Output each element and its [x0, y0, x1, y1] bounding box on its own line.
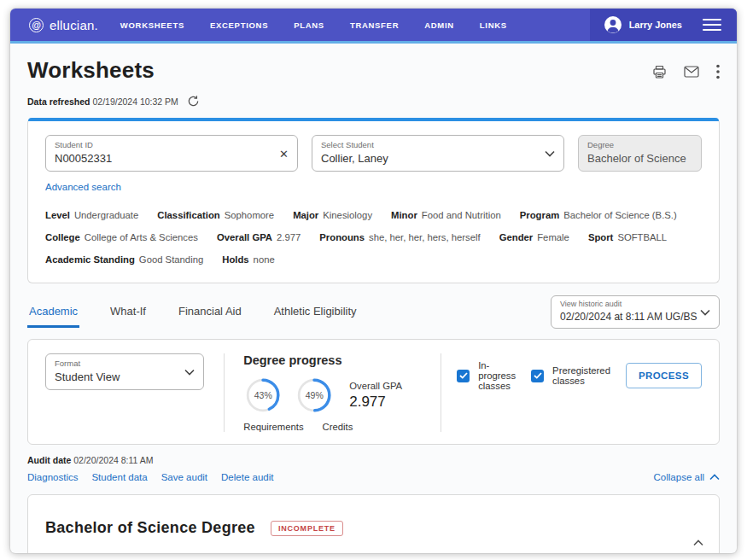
audit-date-label: Audit date: [27, 455, 71, 465]
info-classification: ClassificationSophomore: [157, 204, 274, 226]
app-window: @ ellucian. WORKSHEETS EXCEPTIONS PLANS …: [10, 9, 737, 553]
info-college: CollegeCollege of Arts & Sciences: [45, 226, 198, 248]
hamburger-menu-icon[interactable]: [703, 19, 721, 31]
user-avatar-icon: [604, 15, 622, 34]
view-historic-audit-dropdown[interactable]: View historic audit 02/20/2024 at 8:11 A…: [551, 295, 720, 329]
printer-icon: [652, 65, 667, 79]
info-minor: MinorFood and Nutrition: [391, 204, 501, 226]
overall-gpa-value: 2.977: [349, 394, 402, 411]
format-label: Format: [55, 359, 195, 368]
nav-item-exceptions[interactable]: EXCEPTIONS: [210, 20, 268, 30]
info-level: LevelUndergraduate: [45, 204, 138, 226]
nav-item-links[interactable]: LINKS: [480, 20, 507, 30]
chevron-up-icon: [709, 474, 720, 481]
degree-value: Bachelor of Science: [587, 152, 686, 165]
user-menu[interactable]: Larry Jones: [604, 15, 682, 34]
advanced-search-link[interactable]: Advanced search: [45, 182, 121, 192]
worksheet-tabs: Academic What-If Financial Aid Athletic …: [27, 296, 359, 328]
credits-donut-label: Credits: [323, 422, 353, 432]
refresh-icon: [187, 95, 200, 108]
in-progress-label[interactable]: In-progress classes: [478, 360, 516, 391]
degree-section-card: Bachelor of Science Degree INCOMPLETE: [27, 494, 720, 553]
email-button[interactable]: [684, 66, 699, 78]
info-academic-standing: Academic StandingGood Standing: [45, 248, 203, 271]
requirements-donut: 43%: [243, 376, 283, 415]
more-options-button[interactable]: [716, 64, 720, 79]
degree-progress-title: Degree progress: [243, 353, 441, 367]
tab-academic[interactable]: Academic: [27, 296, 79, 328]
audit-date-value: 02/20/2024 8:11 AM: [73, 455, 153, 465]
page-title: Worksheets: [27, 57, 155, 84]
check-icon: [459, 372, 468, 379]
info-sport: SportSOFTBALL: [588, 226, 667, 248]
nav-accent-strip: [10, 41, 737, 44]
tab-financial-aid[interactable]: Financial Aid: [177, 296, 243, 328]
info-overall-gpa: Overall GPA2.977: [217, 226, 301, 248]
info-gender: GenderFemale: [499, 226, 569, 248]
refresh-button[interactable]: [187, 95, 200, 108]
historic-audit-value: 02/20/2024 at 8:11 AM UG/BS: [560, 311, 697, 323]
data-refreshed-text: Data refreshed 02/19/2024 10:32 PM: [27, 96, 178, 107]
data-refreshed-label: Data refreshed: [27, 96, 90, 107]
student-id-label: Student ID: [55, 140, 289, 149]
data-refreshed-value: 02/19/2024 10:32 PM: [92, 96, 178, 107]
in-progress-checkbox[interactable]: [457, 370, 470, 382]
info-major: MajorKinesiology: [293, 204, 372, 226]
format-dropdown[interactable]: Format Student View: [45, 353, 204, 390]
info-holds: Holdsnone: [222, 248, 275, 271]
nav-item-admin[interactable]: ADMIN: [424, 20, 454, 30]
user-name: Larry Jones: [629, 20, 682, 30]
check-icon: [534, 372, 542, 379]
student-id-value: N00052331: [55, 152, 112, 165]
collapse-all-button[interactable]: Collapse all: [654, 472, 720, 482]
select-student-value: Collier, Laney: [321, 152, 388, 165]
incomplete-badge: INCOMPLETE: [271, 521, 343, 536]
envelope-icon: [684, 66, 699, 78]
student-id-field[interactable]: Student ID N00052331 ✕: [45, 135, 298, 172]
student-data-link[interactable]: Student data: [91, 472, 147, 482]
preregistered-checkbox[interactable]: [531, 370, 544, 382]
tab-what-if[interactable]: What-If: [108, 296, 148, 328]
delete-audit-link[interactable]: Delete audit: [221, 472, 273, 482]
preregistered-label[interactable]: Preregistered classes: [552, 365, 610, 386]
student-context-card: Student ID N00052331 ✕ Select Student Co…: [27, 118, 720, 283]
top-navbar: @ ellucian. WORKSHEETS EXCEPTIONS PLANS …: [10, 9, 737, 41]
historic-audit-label: View historic audit: [560, 300, 710, 308]
chevron-down-icon: [700, 309, 710, 316]
student-info: LevelUndergraduate ClassificationSophomo…: [45, 204, 702, 271]
print-button[interactable]: [652, 65, 667, 79]
info-program: ProgramBachelor of Science (B.S.): [520, 204, 677, 226]
clear-student-id-icon[interactable]: ✕: [279, 147, 289, 160]
select-student-label: Select Student: [321, 140, 555, 149]
main-nav: WORKSHEETS EXCEPTIONS PLANS TRANSFER ADM…: [120, 9, 507, 41]
diagnostics-link[interactable]: Diagnostics: [27, 472, 78, 482]
chevron-down-icon: [545, 150, 555, 157]
degree-section-title: Bachelor of Science Degree: [45, 519, 255, 537]
nav-item-worksheets[interactable]: WORKSHEETS: [120, 20, 184, 30]
tab-athletic-eligibility[interactable]: Athletic Eligibility: [272, 296, 359, 328]
ellucian-logo[interactable]: @ ellucian.: [10, 9, 120, 41]
select-student-dropdown[interactable]: Select Student Collier, Laney: [312, 135, 564, 172]
navbar-user-section: Larry Jones: [590, 9, 737, 41]
requirements-donut-label: Requirements: [243, 422, 303, 432]
overall-gpa-label: Overall GPA: [349, 381, 402, 391]
process-button[interactable]: PROCESS: [626, 363, 702, 388]
nav-item-plans[interactable]: PLANS: [294, 20, 324, 30]
audit-date: Audit date 02/20/2024 8:11 AM: [27, 455, 153, 465]
kebab-menu-icon: [716, 64, 720, 79]
brand-name: ellucian.: [50, 18, 98, 32]
collapse-section-icon[interactable]: [693, 540, 703, 546]
save-audit-link[interactable]: Save audit: [161, 472, 207, 482]
collapse-all-label: Collapse all: [654, 472, 704, 482]
requirements-percent: 43%: [243, 376, 283, 415]
info-pronouns: Pronounsshe, her, her, hers, herself: [319, 226, 480, 248]
format-value: Student View: [55, 370, 120, 383]
ellucian-logo-icon: @: [29, 18, 44, 32]
credits-percent: 49%: [295, 376, 334, 415]
credits-donut: 49%: [295, 376, 334, 415]
degree-field: Degree Bachelor of Science: [578, 135, 702, 172]
nav-item-transfer[interactable]: TRANSFER: [350, 20, 399, 30]
audit-controls-card: Format Student View Degree progress: [27, 339, 720, 445]
degree-label: Degree: [587, 140, 692, 149]
chevron-down-icon: [184, 369, 195, 376]
